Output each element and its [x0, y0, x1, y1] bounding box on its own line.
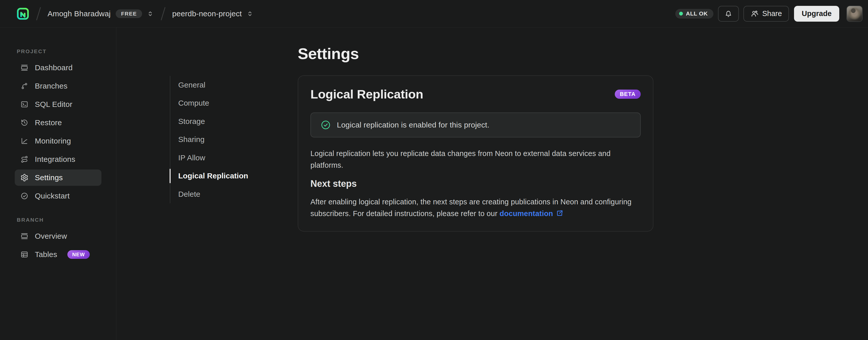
- next-steps-line: subscribers. For detailed instructions, …: [310, 209, 500, 218]
- sidebar-item-label: Tables: [35, 250, 57, 259]
- monitoring-icon: [20, 137, 29, 145]
- share-button[interactable]: Share: [743, 6, 789, 22]
- subnav-item-general[interactable]: General: [170, 76, 298, 94]
- subnav-item-logical-replication[interactable]: Logical Replication: [170, 167, 298, 185]
- card-header: Logical Replication BETA: [310, 87, 641, 102]
- sidebar-section-branch: BRANCH: [17, 217, 116, 223]
- neon-logo-icon: [16, 7, 30, 21]
- next-steps-text: After enabling logical replication, the …: [310, 196, 641, 219]
- sidebar-item-settings[interactable]: Settings: [15, 169, 101, 186]
- sidebar-item-branches[interactable]: Branches: [15, 78, 101, 94]
- breadcrumb-slash-icon: [161, 7, 165, 20]
- integrations-icon: [20, 155, 29, 163]
- settings-icon: [20, 174, 29, 182]
- sidebar-item-dashboard[interactable]: Dashboard: [15, 60, 101, 76]
- users-icon: [750, 10, 759, 18]
- sidebar-item-label: Overview: [35, 232, 67, 240]
- replication-enabled-alert: Logical replication is enabled for this …: [310, 112, 641, 137]
- upgrade-button[interactable]: Upgrade: [794, 6, 839, 22]
- sidebar-item-quickstart[interactable]: Quickstart: [15, 188, 101, 204]
- logical-replication-card: Logical Replication BETA Logical replica…: [298, 75, 653, 232]
- sidebar-item-label: Quickstart: [35, 192, 70, 200]
- sidebar-item-monitoring[interactable]: Monitoring: [15, 133, 101, 149]
- share-label: Share: [762, 9, 782, 18]
- subnav-item-compute[interactable]: Compute: [170, 94, 298, 112]
- beta-badge: BETA: [615, 90, 641, 99]
- sidebar: PROJECT Dashboard: [0, 27, 117, 340]
- bell-icon: [724, 10, 733, 18]
- tables-icon: [20, 250, 29, 259]
- sidebar-item-label: Integrations: [35, 155, 75, 164]
- sidebar-item-tables[interactable]: Tables NEW: [15, 246, 101, 263]
- sidebar-item-label: Monitoring: [35, 137, 71, 145]
- quickstart-icon: [20, 192, 29, 200]
- notifications-button[interactable]: [718, 6, 739, 22]
- documentation-link[interactable]: documentation: [500, 209, 553, 218]
- dashboard-icon: [20, 64, 29, 72]
- chevron-updown-icon: [246, 10, 254, 18]
- description-line: Logical replication lets you replicate d…: [310, 148, 641, 159]
- overview-icon: [20, 232, 29, 240]
- new-badge: NEW: [67, 250, 90, 259]
- header-actions: ALL OK: [675, 6, 863, 22]
- branch-nav-list: Overview Tables NEW: [0, 228, 116, 263]
- plan-badge: FREE: [116, 9, 142, 18]
- next-steps-line: After enabling logical replication, the …: [310, 196, 641, 208]
- project-nav-list: Dashboard Branches: [0, 60, 116, 204]
- sidebar-item-restore[interactable]: Restore: [15, 115, 101, 131]
- subnav-item-ip-allow[interactable]: IP Allow: [170, 149, 298, 167]
- org-selector[interactable]: Amogh Bharadwaj FREE: [48, 9, 154, 18]
- project-selector[interactable]: peerdb-neon-project: [172, 9, 254, 18]
- main-content: General Compute Storage Sharing IP Allow…: [117, 27, 868, 340]
- subnav-item-sharing[interactable]: Sharing: [170, 131, 298, 149]
- top-bar: Amogh Bharadwaj FREE peerdb-neon-project: [0, 0, 868, 27]
- user-avatar[interactable]: [846, 6, 863, 22]
- sidebar-section-branch-wrap: BRANCH Overview: [0, 217, 116, 263]
- sidebar-item-sql-editor[interactable]: SQL Editor: [15, 96, 101, 112]
- description-line: platforms.: [310, 161, 343, 169]
- subnav-item-delete[interactable]: Delete: [170, 185, 298, 203]
- sidebar-item-label: Settings: [35, 173, 63, 182]
- external-link-icon: [556, 209, 564, 217]
- breadcrumb: Amogh Bharadwaj FREE peerdb-neon-project: [16, 7, 254, 21]
- status-dot-icon: [679, 12, 683, 16]
- check-circle-icon: [320, 120, 331, 130]
- settings-page: Settings Logical Replication BETA Logica…: [298, 45, 653, 232]
- subnav-item-storage[interactable]: Storage: [170, 112, 298, 131]
- breadcrumb-slash-icon: [36, 7, 41, 20]
- status-pill[interactable]: ALL OK: [675, 9, 713, 19]
- next-steps-title: Next steps: [310, 178, 641, 189]
- status-label: ALL OK: [686, 10, 708, 17]
- app-shell: PROJECT Dashboard: [0, 27, 868, 340]
- org-name: Amogh Bharadwaj: [48, 9, 111, 18]
- neon-console: Amogh Bharadwaj FREE peerdb-neon-project: [0, 0, 868, 340]
- page-title: Settings: [298, 45, 653, 63]
- project-name: peerdb-neon-project: [172, 9, 242, 18]
- neon-logo[interactable]: [16, 7, 30, 21]
- sidebar-item-label: Restore: [35, 118, 62, 127]
- sidebar-section-project: PROJECT: [17, 48, 116, 54]
- sidebar-item-integrations[interactable]: Integrations: [15, 151, 101, 167]
- sidebar-item-label: Branches: [35, 82, 67, 90]
- sidebar-item-label: Dashboard: [35, 63, 73, 72]
- restore-icon: [20, 119, 29, 127]
- sidebar-item-label: SQL Editor: [35, 100, 72, 109]
- sidebar-item-overview[interactable]: Overview: [15, 228, 101, 244]
- replication-description: Logical replication lets you replicate d…: [310, 148, 641, 171]
- chevron-updown-icon: [147, 10, 154, 18]
- branches-icon: [20, 82, 29, 90]
- settings-subnav: General Compute Storage Sharing IP Allow…: [170, 76, 298, 203]
- alert-text: Logical replication is enabled for this …: [337, 121, 489, 129]
- card-title: Logical Replication: [310, 87, 423, 102]
- sql-editor-icon: [20, 100, 29, 108]
